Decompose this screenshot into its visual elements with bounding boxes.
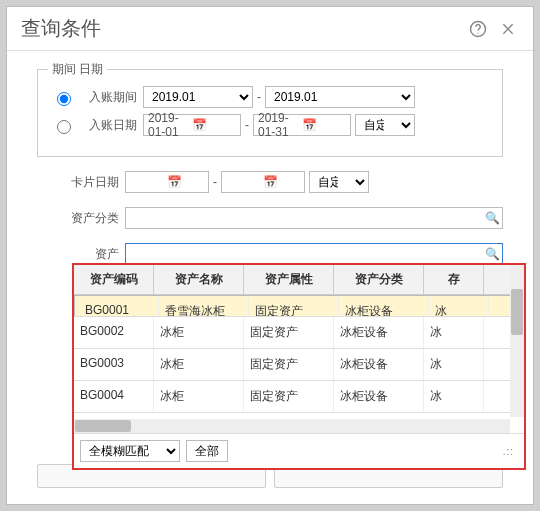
classify-input[interactable] xyxy=(126,208,482,228)
calendar-icon: 📅 xyxy=(167,175,204,189)
card-date-from[interactable]: 📅 xyxy=(125,171,209,193)
period-radio-b[interactable] xyxy=(57,120,71,134)
lookup-icon[interactable]: 🔍 xyxy=(482,247,502,261)
dialog: 查询条件 期间 日期 入账期间 2019.01 - 2019.01 入账日期 2… xyxy=(6,6,534,505)
period-a-from[interactable]: 2019.01 xyxy=(143,86,253,108)
period-fieldset: 期间 日期 入账期间 2019.01 - 2019.01 入账日期 2019-0… xyxy=(37,69,503,157)
col-class[interactable]: 资产分类 xyxy=(334,265,424,294)
all-button[interactable]: 全部 xyxy=(186,440,228,462)
resize-grip-icon[interactable]: .:: xyxy=(503,446,518,457)
table-row[interactable]: BG0001 香雪海冰柜 固定资产 冰柜设备 冰 xyxy=(74,295,524,317)
period-legend: 期间 日期 xyxy=(48,61,107,78)
asset-picker-popup: 资产编码 资产名称 资产属性 资产分类 存 BG0001 香雪海冰柜 固定资产 … xyxy=(72,263,526,470)
card-date-to[interactable]: 📅 xyxy=(221,171,305,193)
card-date-label: 卡片日期 xyxy=(37,174,119,191)
calendar-icon: 📅 xyxy=(302,118,346,132)
titlebar: 查询条件 xyxy=(7,7,533,51)
card-date-mode[interactable]: 自定义 xyxy=(309,171,369,193)
asset-input[interactable] xyxy=(126,244,482,264)
asset-input-wrap: 🔍 xyxy=(125,243,503,265)
lookup-icon[interactable]: 🔍 xyxy=(482,211,502,225)
classify-input-wrap: 🔍 xyxy=(125,207,503,229)
help-icon[interactable] xyxy=(467,18,489,40)
col-attr[interactable]: 资产属性 xyxy=(244,265,334,294)
col-name[interactable]: 资产名称 xyxy=(154,265,244,294)
asset-label: 资产 xyxy=(37,246,119,263)
period-b-mode[interactable]: 自定义 xyxy=(355,114,415,136)
period-a-to[interactable]: 2019.01 xyxy=(265,86,415,108)
table-row[interactable]: BG0004 冰柜 固定资产 冰柜设备 冰 xyxy=(74,381,524,413)
vertical-scrollbar[interactable] xyxy=(510,265,524,417)
close-icon[interactable] xyxy=(497,18,519,40)
period-a-label: 入账期间 xyxy=(81,89,137,106)
calendar-icon: 📅 xyxy=(263,175,300,189)
classify-label: 资产分类 xyxy=(37,210,119,227)
period-b-to[interactable]: 2019-01-31📅 xyxy=(253,114,351,136)
table-row[interactable]: BG0002 冰柜 固定资产 冰柜设备 冰 xyxy=(74,317,524,349)
period-b-label: 入账日期 xyxy=(81,117,137,134)
asset-grid: 资产编码 资产名称 资产属性 资产分类 存 BG0001 香雪海冰柜 固定资产 … xyxy=(74,265,524,433)
dialog-title: 查询条件 xyxy=(21,15,459,42)
horizontal-scrollbar[interactable] xyxy=(74,419,510,433)
svg-point-1 xyxy=(477,32,478,33)
match-mode-select[interactable]: 全模糊匹配 xyxy=(80,440,180,462)
grid-header: 资产编码 资产名称 资产属性 资产分类 存 xyxy=(74,265,524,295)
table-row[interactable]: BG0003 冰柜 固定资产 冰柜设备 冰 xyxy=(74,349,524,381)
period-radio-a[interactable] xyxy=(57,92,71,106)
period-b-from[interactable]: 2019-01-01📅 xyxy=(143,114,241,136)
calendar-icon: 📅 xyxy=(192,118,236,132)
col-code[interactable]: 资产编码 xyxy=(74,265,154,294)
popup-footer: 全模糊匹配 全部 .:: xyxy=(74,433,524,468)
col-ext[interactable]: 存 xyxy=(424,265,484,294)
